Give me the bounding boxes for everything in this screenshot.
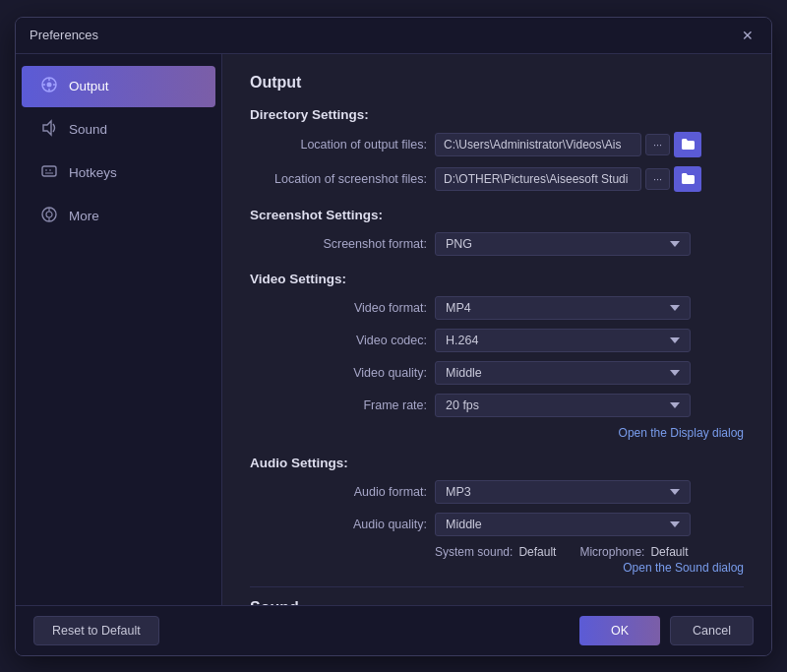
sidebar: Output Sound <box>16 54 222 605</box>
microphone-label: Microphone: <box>579 545 644 559</box>
audio-format-row: Audio format: MP3 AAC WAV FLAC <box>250 480 744 504</box>
sidebar-output-label: Output <box>69 79 109 93</box>
video-codec-row: Video codec: H.264 H.265 MPEG-4 <box>250 329 744 352</box>
video-format-select[interactable]: MP4 MOV AVI MKV <box>435 296 691 320</box>
screenshot-format-row: Screenshot format: PNG JPG BMP GIF <box>250 232 744 256</box>
audio-settings-title: Audio Settings: <box>250 456 744 470</box>
screenshot-files-row: Location of screenshot files: D:\OTHER\P… <box>250 166 744 192</box>
video-quality-row: Video quality: High Middle Low <box>250 361 744 385</box>
audio-info-row: System sound: Default Microphone: Defaul… <box>250 545 744 559</box>
framerate-label: Frame rate: <box>250 398 427 412</box>
screenshot-files-label: Location of screenshot files: <box>250 172 427 186</box>
sidebar-sound-label: Sound <box>69 122 107 137</box>
screenshot-path-text: D:\OTHER\Pictures\Aiseesoft Studi <box>435 167 641 191</box>
microphone-value: Default <box>650 545 688 559</box>
close-button[interactable]: ✕ <box>738 26 757 45</box>
reset-to-default-button[interactable]: Reset to Default <box>33 616 159 645</box>
video-quality-label: Video quality: <box>250 366 427 380</box>
audio-quality-label: Audio quality: <box>250 518 427 531</box>
footer-btn-group: OK Cancel <box>579 616 754 645</box>
sidebar-item-hotkeys[interactable]: Hotkeys <box>22 153 215 194</box>
hotkeys-icon <box>39 162 59 184</box>
dialog-body: Output Sound <box>16 54 771 605</box>
framerate-row: Frame rate: 10 fps 15 fps 20 fps 25 fps … <box>250 394 744 417</box>
screenshot-settings-title: Screenshot Settings: <box>250 208 744 222</box>
sidebar-more-label: More <box>69 209 99 223</box>
audio-format-select[interactable]: MP3 AAC WAV FLAC <box>435 480 691 504</box>
framerate-select[interactable]: 10 fps 15 fps 20 fps 25 fps 30 fps 60 fp… <box>435 394 691 417</box>
svg-rect-7 <box>42 166 56 176</box>
screenshot-folder-btn[interactable] <box>674 166 701 192</box>
output-files-label: Location of output files: <box>250 138 427 152</box>
audio-quality-select[interactable]: High Middle Low <box>435 513 691 536</box>
dialog-title: Preferences <box>30 28 98 42</box>
system-sound-info: System sound: Default <box>435 545 556 559</box>
open-display-dialog-link[interactable]: Open the Display dialog <box>619 426 744 440</box>
main-section-title: Output <box>250 74 744 92</box>
microphone-info: Microphone: Default <box>579 545 688 559</box>
screenshot-path-box: D:\OTHER\Pictures\Aiseesoft Studi ··· <box>435 166 701 192</box>
ok-button[interactable]: OK <box>579 616 660 645</box>
output-more-btn[interactable]: ··· <box>645 134 670 155</box>
audio-quality-row: Audio quality: High Middle Low <box>250 513 744 536</box>
svg-marker-6 <box>43 121 51 135</box>
title-bar: Preferences ✕ <box>16 18 771 54</box>
main-content: Output Directory Settings: Location of o… <box>222 54 771 605</box>
output-icon <box>39 76 59 97</box>
cancel-button[interactable]: Cancel <box>670 616 754 645</box>
output-folder-btn[interactable] <box>674 132 701 157</box>
sidebar-item-output[interactable]: Output <box>22 66 215 107</box>
screenshot-format-label: Screenshot format: <box>250 237 427 251</box>
screenshot-format-select[interactable]: PNG JPG BMP GIF <box>435 232 691 256</box>
video-format-row: Video format: MP4 MOV AVI MKV <box>250 296 744 320</box>
sound-dialog-row: Open the Sound dialog <box>250 561 744 575</box>
video-codec-select[interactable]: H.264 H.265 MPEG-4 <box>435 329 691 352</box>
video-format-label: Video format: <box>250 301 427 315</box>
system-sound-value: Default <box>518 545 556 559</box>
sidebar-item-more[interactable]: More <box>22 196 215 237</box>
svg-point-1 <box>47 82 52 87</box>
sidebar-item-sound[interactable]: Sound <box>22 109 215 151</box>
video-quality-select[interactable]: High Middle Low <box>435 361 691 385</box>
svg-point-13 <box>46 212 52 217</box>
more-icon <box>39 206 59 227</box>
output-path-box: C:\Users\Administrator\Videos\Ais ··· <box>435 132 701 157</box>
screenshot-more-btn[interactable]: ··· <box>645 168 670 190</box>
footer: Reset to Default OK Cancel <box>16 605 771 655</box>
section-divider <box>250 586 744 587</box>
preferences-dialog: Preferences ✕ Output <box>15 17 772 656</box>
sound-icon <box>39 119 59 141</box>
open-sound-dialog-link[interactable]: Open the Sound dialog <box>623 561 744 575</box>
output-files-row: Location of output files: C:\Users\Admin… <box>250 132 744 157</box>
video-settings-title: Video Settings: <box>250 272 744 286</box>
sidebar-hotkeys-label: Hotkeys <box>69 165 117 180</box>
video-codec-label: Video codec: <box>250 334 427 347</box>
display-dialog-row: Open the Display dialog <box>250 426 744 440</box>
output-path-text: C:\Users\Administrator\Videos\Ais <box>435 133 641 156</box>
system-sound-label: System sound: <box>435 545 513 559</box>
directory-settings-title: Directory Settings: <box>250 107 744 122</box>
audio-format-label: Audio format: <box>250 485 427 499</box>
